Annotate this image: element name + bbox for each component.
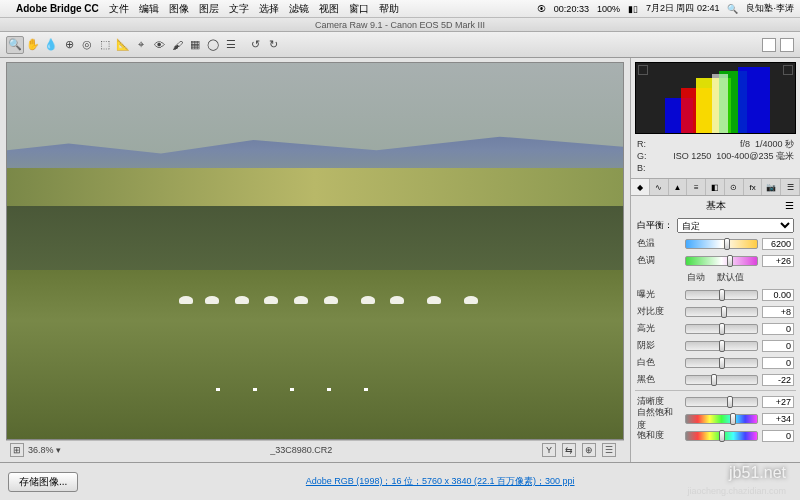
shadows-slider[interactable]	[685, 341, 758, 351]
record-icon: ⦿	[537, 4, 546, 14]
tab-hsl[interactable]: ≡	[687, 179, 706, 195]
saturation-slider[interactable]	[685, 431, 758, 441]
image-preview[interactable]	[6, 62, 624, 440]
white-balance-tool[interactable]: 💧	[42, 36, 60, 54]
battery-status[interactable]: 100%	[597, 4, 620, 14]
rotate-cw-icon[interactable]: ↻	[264, 36, 282, 54]
fullscreen-toggle[interactable]	[780, 38, 794, 52]
highlights-value[interactable]: 0	[762, 323, 794, 335]
menu-file[interactable]: 文件	[109, 2, 129, 16]
app-name[interactable]: Adobe Bridge CC	[16, 3, 99, 14]
tab-curve[interactable]: ∿	[650, 179, 669, 195]
whites-slider[interactable]	[685, 358, 758, 368]
spot-removal-tool[interactable]: ⌖	[132, 36, 150, 54]
saturation-value[interactable]: 0	[762, 430, 794, 442]
crop-tool[interactable]: ⬚	[96, 36, 114, 54]
blacks-value[interactable]: -22	[762, 374, 794, 386]
highlight-clip-icon[interactable]	[783, 65, 793, 75]
menu-help[interactable]: 帮助	[379, 2, 399, 16]
preview-checkbox[interactable]	[762, 38, 776, 52]
shadow-clip-icon[interactable]	[638, 65, 648, 75]
panel-tabs: ◆ ∿ ▲ ≡ ◧ ⊙ fx 📷 ☰	[631, 178, 800, 196]
filename: _33C8980.CR2	[61, 445, 542, 455]
panel-menu-icon[interactable]: ☰	[785, 200, 794, 211]
battery-icon: ▮▯	[628, 4, 638, 14]
panel-title: 基本 ☰	[631, 196, 800, 216]
watermark-sub: jiaocheng.chazidian.com	[687, 486, 786, 496]
temp-label: 色温	[637, 237, 681, 250]
spotlight-icon[interactable]: 🔍	[727, 4, 738, 14]
radial-filter-tool[interactable]: ◯	[204, 36, 222, 54]
rotate-ccw-icon[interactable]: ↺	[246, 36, 264, 54]
tint-value[interactable]: +26	[762, 255, 794, 267]
highlights-slider[interactable]	[685, 324, 758, 334]
copy-settings-button[interactable]: ⊕	[582, 443, 596, 457]
contrast-value[interactable]: +8	[762, 306, 794, 318]
tab-detail[interactable]: ▲	[669, 179, 688, 195]
menu-select[interactable]: 选择	[259, 2, 279, 16]
graduated-filter-tool[interactable]: ▦	[186, 36, 204, 54]
filmstrip-toggle[interactable]: ⊞	[10, 443, 24, 457]
auto-button[interactable]: 自动	[687, 272, 705, 282]
shadows-value[interactable]: 0	[762, 340, 794, 352]
save-image-button[interactable]: 存储图像...	[8, 472, 78, 492]
exif-info: R:f/8 1/4000 秒 G:ISO 1250 100-400@235 毫米…	[631, 138, 800, 174]
saturation-label: 饱和度	[637, 429, 681, 442]
clarity-value[interactable]: +27	[762, 396, 794, 408]
exposure-value[interactable]: 0.00	[762, 289, 794, 301]
tab-basic[interactable]: ◆	[631, 179, 650, 195]
vibrance-slider[interactable]	[685, 414, 758, 424]
preview-status-bar: ⊞ 36.8% ▾ _33C8980.CR2 Y ⇆ ⊕ ☰	[6, 440, 624, 458]
tab-fx[interactable]: fx	[744, 179, 763, 195]
wb-select[interactable]: 自定	[677, 218, 794, 233]
preview-area: ⊞ 36.8% ▾ _33C8980.CR2 Y ⇆ ⊕ ☰	[0, 58, 630, 462]
tint-slider[interactable]	[685, 256, 758, 266]
shadows-label: 阴影	[637, 339, 681, 352]
hand-tool[interactable]: ✋	[24, 36, 42, 54]
zoom-level[interactable]: 36.8%	[28, 445, 54, 455]
clock[interactable]: 7月2日 周四 02:41	[646, 2, 720, 15]
color-sampler-tool[interactable]: ⊕	[60, 36, 78, 54]
menu-layer[interactable]: 图层	[199, 2, 219, 16]
temp-slider[interactable]	[685, 239, 758, 249]
menu-type[interactable]: 文字	[229, 2, 249, 16]
highlights-label: 高光	[637, 322, 681, 335]
tab-split[interactable]: ◧	[706, 179, 725, 195]
user-name[interactable]: 良知塾·李涛	[746, 2, 794, 15]
adjustment-brush-tool[interactable]: 🖌	[168, 36, 186, 54]
clarity-slider[interactable]	[685, 397, 758, 407]
contrast-label: 对比度	[637, 305, 681, 318]
mac-menubar: Adobe Bridge CC 文件 编辑 图像 图层 文字 选择 滤镜 视图 …	[0, 0, 800, 18]
before-after-button[interactable]: Y	[542, 443, 556, 457]
menu-window[interactable]: 窗口	[349, 2, 369, 16]
swap-button[interactable]: ⇆	[562, 443, 576, 457]
whites-label: 白色	[637, 356, 681, 369]
tab-presets[interactable]: ☰	[781, 179, 800, 195]
vibrance-value[interactable]: +34	[762, 413, 794, 425]
tab-camera[interactable]: 📷	[762, 179, 781, 195]
menu-view[interactable]: 视图	[319, 2, 339, 16]
targeted-adjust-tool[interactable]: ◎	[78, 36, 96, 54]
timer: 00:20:33	[554, 4, 589, 14]
tint-label: 色调	[637, 254, 681, 267]
contrast-slider[interactable]	[685, 307, 758, 317]
straighten-tool[interactable]: 📐	[114, 36, 132, 54]
camera-raw-toolbar: 🔍 ✋ 💧 ⊕ ◎ ⬚ 📐 ⌖ 👁 🖌 ▦ ◯ ☰ ↺ ↻	[0, 32, 800, 58]
blacks-label: 黑色	[637, 373, 681, 386]
menu-edit[interactable]: 编辑	[139, 2, 159, 16]
exposure-slider[interactable]	[685, 290, 758, 300]
whites-value[interactable]: 0	[762, 357, 794, 369]
tab-lens[interactable]: ⊙	[725, 179, 744, 195]
temp-value[interactable]: 6200	[762, 238, 794, 250]
exposure-label: 曝光	[637, 288, 681, 301]
prefs-tool[interactable]: ☰	[222, 36, 240, 54]
blacks-slider[interactable]	[685, 375, 758, 385]
redeye-tool[interactable]: 👁	[150, 36, 168, 54]
histogram[interactable]	[635, 62, 796, 134]
menu-image[interactable]: 图像	[169, 2, 189, 16]
adjustments-panel: R:f/8 1/4000 秒 G:ISO 1250 100-400@235 毫米…	[630, 58, 800, 462]
default-button[interactable]: 默认值	[717, 272, 744, 282]
menu-button[interactable]: ☰	[602, 443, 616, 457]
menu-filter[interactable]: 滤镜	[289, 2, 309, 16]
zoom-tool[interactable]: 🔍	[6, 36, 24, 54]
